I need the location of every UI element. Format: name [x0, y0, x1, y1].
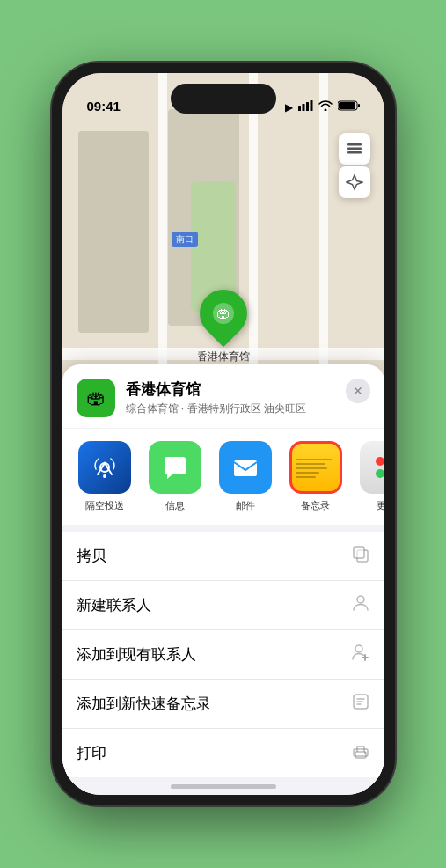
action-quick-note[interactable]: 添加到新快速备忘录: [62, 680, 384, 729]
note-line: [296, 463, 326, 465]
home-indicator-area: [62, 777, 384, 795]
messages-label: 信息: [165, 499, 185, 512]
map-label-nankou: 南口: [172, 232, 198, 247]
svg-rect-6: [339, 102, 355, 109]
share-row: 隔空投送 信息: [62, 429, 384, 525]
action-print[interactable]: 打印: [62, 729, 384, 777]
location-button[interactable]: [339, 166, 370, 198]
svg-rect-0: [298, 106, 301, 111]
dot-red: [376, 457, 384, 466]
action-new-contact[interactable]: 新建联系人: [62, 581, 384, 630]
messages-icon: [149, 441, 201, 494]
svg-rect-2: [306, 102, 309, 111]
phone-screen: 09:41 ▶: [62, 73, 384, 795]
home-indicator: [171, 784, 276, 789]
quick-note-label: 添加到新快速备忘录: [77, 694, 211, 714]
share-notes[interactable]: 备忘录: [288, 441, 344, 512]
svg-rect-1: [302, 104, 304, 111]
airdrop-label: 隔空投送: [85, 499, 124, 512]
share-messages[interactable]: 信息: [147, 441, 203, 512]
dot-green: [376, 469, 384, 478]
location-icon: ▶: [285, 101, 293, 114]
share-airdrop[interactable]: 隔空投送: [77, 441, 133, 512]
notes-label: 备忘录: [301, 499, 330, 512]
mail-label: 邮件: [236, 499, 255, 512]
quick-note-icon: [351, 692, 370, 716]
svg-point-17: [357, 596, 364, 603]
mail-icon: [219, 441, 272, 494]
airdrop-icon: [78, 441, 131, 494]
action-add-to-contact[interactable]: 添加到现有联系人: [62, 630, 384, 680]
print-label: 打印: [77, 743, 106, 763]
close-button[interactable]: ✕: [346, 379, 370, 403]
venue-header: 🏟 香港体育馆 综合体育馆 · 香港特别行政区 油尖旺区 ✕: [62, 364, 384, 428]
action-copy-label: 拷贝: [77, 546, 106, 566]
svg-point-18: [355, 645, 362, 652]
pin-label: 香港体育馆: [197, 349, 250, 364]
action-list: 拷贝 新建联系人: [62, 532, 384, 777]
new-contact-label: 新建联系人: [77, 595, 151, 615]
dynamic-island: [171, 84, 276, 114]
note-line: [296, 472, 320, 474]
svg-text:🏟: 🏟: [216, 305, 230, 320]
signal-icon: [298, 100, 313, 114]
venue-name: 香港体育馆: [126, 379, 370, 400]
phone-frame: 09:41 ▶: [52, 63, 395, 805]
person-icon: [351, 593, 370, 617]
note-line: [296, 467, 328, 469]
more-icon: [360, 441, 384, 494]
bottom-sheet: 🏟 香港体育馆 综合体育馆 · 香港特别行政区 油尖旺区 ✕: [62, 364, 384, 795]
map-layers-button[interactable]: [339, 133, 370, 165]
svg-rect-9: [347, 143, 362, 146]
status-time: 09:41: [87, 99, 121, 114]
svg-rect-16: [354, 547, 364, 558]
svg-point-13: [103, 474, 106, 478]
add-to-contact-label: 添加到现有联系人: [77, 644, 196, 665]
battery-icon: [338, 100, 360, 114]
map-controls: [339, 133, 370, 198]
note-line: [296, 459, 332, 460]
share-mail[interactable]: 邮件: [217, 441, 274, 512]
copy-icon: [351, 544, 370, 568]
print-icon: [351, 741, 370, 765]
venue-icon: 🏟: [77, 379, 115, 417]
more-label: 更多: [377, 499, 384, 512]
svg-point-22: [364, 752, 366, 754]
status-icons: ▶: [285, 100, 360, 114]
wifi-icon: [318, 100, 333, 114]
svg-rect-14: [234, 460, 257, 476]
notes-icon: [289, 441, 342, 494]
svg-rect-10: [347, 148, 362, 151]
pin-shape: 🏟: [189, 280, 256, 347]
venue-info: 香港体育馆 综合体育馆 · 香港特别行政区 油尖旺区: [126, 379, 370, 416]
venue-subtitle: 综合体育馆 · 香港特别行政区 油尖旺区: [126, 401, 370, 416]
svg-rect-3: [310, 100, 312, 111]
person-add-icon: [351, 643, 370, 666]
share-more[interactable]: 更多: [358, 441, 384, 512]
svg-rect-5: [358, 104, 360, 107]
svg-rect-11: [347, 151, 362, 154]
venue-pin: 🏟 香港体育馆: [197, 290, 250, 364]
action-copy[interactable]: 拷贝: [62, 532, 384, 581]
note-line: [296, 476, 316, 478]
